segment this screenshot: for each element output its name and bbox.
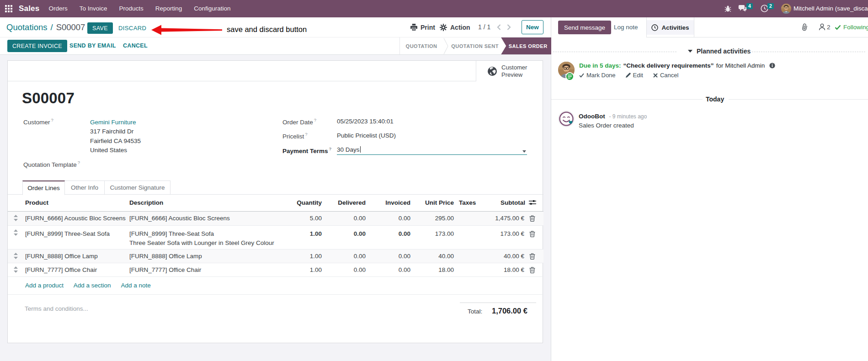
header-product[interactable]: Product [25,195,129,211]
header-delivered[interactable]: Delivered [322,195,366,211]
cell-invoiced[interactable]: 0.00 [366,249,410,263]
customer-preview-button[interactable]: Customer Preview [476,61,543,81]
messages-count-badge[interactable]: 4 [746,3,753,9]
cell-delivered[interactable]: 0.00 [322,211,366,225]
cell-product[interactable]: [FURN_6666] Acoustic Bloc Screens [25,211,129,225]
customer-link[interactable]: Gemini Furniture [90,118,141,127]
payment-terms-dropdown-icon[interactable] [522,150,526,153]
header-quantity[interactable]: Quantity [277,195,322,211]
user-name[interactable]: Mitchell Admin (save_discard [793,5,868,12]
cell-subtotal[interactable]: 40.00 € [482,249,525,263]
log-note-button[interactable]: Log note [614,17,638,37]
info-icon[interactable] [769,63,775,69]
tab-customer-signature[interactable]: Customer Signature [105,180,170,195]
action-button[interactable]: Action [440,17,470,37]
send-by-email-button[interactable]: SEND BY EMAIL [69,37,116,54]
add-note-link[interactable]: Add a note [121,282,150,289]
cell-description[interactable]: [FURN_8888] Office Lamp [129,249,277,263]
planned-activities-toggle[interactable]: Planned activities [688,48,751,55]
order-line-row[interactable]: [FURN_6666] Acoustic Bloc Screens [FURN_… [8,211,543,225]
cell-invoiced[interactable]: 0.00 [366,263,410,276]
debug-bug-icon[interactable] [724,5,731,12]
pager-previous-icon[interactable] [496,24,501,31]
cell-product[interactable]: [FURN_8999] Three-Seat Sofa [25,225,129,249]
header-invoiced[interactable]: Invoiced [366,195,410,211]
status-quotation[interactable]: QUOTATION [400,37,443,54]
delete-line-icon[interactable] [525,225,543,249]
drag-handle-icon[interactable] [8,249,25,263]
cell-taxes[interactable] [454,249,482,263]
cell-delivered[interactable]: 0.00 [322,249,366,263]
terms-placeholder[interactable]: Terms and conditions... [25,305,88,312]
tab-other-info[interactable]: Other Info [65,180,105,195]
activities-button[interactable]: Activities [647,20,693,35]
save-button[interactable]: SAVE [87,22,113,34]
delete-line-icon[interactable] [525,211,543,225]
create-invoice-button[interactable]: CREATE INVOICE [7,40,67,52]
mark-done-button[interactable]: Mark Done [579,72,616,79]
activities-count-badge[interactable]: 2 [767,3,774,9]
cell-product[interactable]: [FURN_7777] Office Chair [25,263,129,276]
cell-taxes[interactable] [454,211,482,225]
cell-taxes[interactable] [454,225,482,249]
cell-subtotal[interactable]: 173.00 € [482,225,525,249]
discard-button[interactable]: DISCARD [118,22,146,34]
cell-unit-price[interactable]: 18.00 [410,263,454,276]
cell-unit-price[interactable]: 295.00 [410,211,454,225]
following-button[interactable]: Following [835,24,868,31]
pricelist-value[interactable]: Public Pricelist (USD) [337,132,396,139]
cell-taxes[interactable] [454,263,482,276]
status-sales-order[interactable]: SALES ORDER [501,37,551,54]
add-section-link[interactable]: Add a section [74,282,111,289]
edit-activity-button[interactable]: Edit [626,72,643,79]
header-description[interactable]: Description [129,195,277,211]
cell-invoiced[interactable]: 0.00 [366,211,410,225]
menu-orders[interactable]: Orders [43,0,73,17]
menu-products[interactable]: Products [113,0,149,17]
drag-handle-icon[interactable] [8,225,25,249]
header-taxes[interactable]: Taxes [454,195,482,211]
delete-line-icon[interactable] [525,249,543,263]
cell-subtotal[interactable]: 18.00 € [482,263,525,276]
cell-quantity[interactable]: 1.00 [277,263,322,276]
followers-button[interactable]: 2 [819,23,831,31]
attach-files-icon[interactable] [801,23,808,31]
menu-configuration[interactable]: Configuration [188,0,236,17]
payment-terms-input[interactable]: 30 Days [337,146,361,153]
header-subtotal[interactable]: Subtotal [482,195,525,211]
cell-subtotal[interactable]: 1,475.00 € [482,211,525,225]
order-line-row[interactable]: [FURN_8999] Three-Seat Sofa [FURN_8999] … [8,225,543,249]
cancel-order-button[interactable]: CANCEL [123,37,148,54]
drag-handle-icon[interactable] [8,211,25,225]
cell-quantity[interactable]: 5.00 [277,211,322,225]
print-button[interactable]: Print [410,17,435,37]
app-name[interactable]: Sales [19,4,39,13]
breadcrumb-quotations-link[interactable]: Quotations [6,22,47,32]
pager-next-icon[interactable] [506,24,511,31]
cell-quantity[interactable]: 1.00 [277,249,322,263]
header-unit-price[interactable]: Unit Price [410,195,454,211]
cell-unit-price[interactable]: 173.00 [410,225,454,249]
drag-handle-icon[interactable] [8,263,25,276]
optional-columns-icon[interactable] [525,195,543,211]
send-message-button[interactable]: Send message [558,21,611,34]
new-button[interactable]: New [522,20,543,34]
apps-grid-icon[interactable] [5,5,12,12]
cell-unit-price[interactable]: 40.00 [410,249,454,263]
user-avatar[interactable] [781,4,791,14]
cell-invoiced[interactable]: 0.00 [366,225,410,249]
cell-delivered[interactable]: 0.00 [322,225,366,249]
status-quotation-sent[interactable]: QUOTATION SENT [449,37,501,54]
tab-order-lines[interactable]: Order Lines [22,180,65,195]
cell-delivered[interactable]: 0.00 [322,263,366,276]
add-product-link[interactable]: Add a product [25,282,64,289]
cancel-activity-button[interactable]: Cancel [653,72,678,79]
cell-description[interactable]: [FURN_6666] Acoustic Bloc Screens [129,211,277,225]
message-author[interactable]: OdooBot [579,113,605,120]
cell-description[interactable]: [FURN_8999] Three-Seat SofaThree Seater … [129,225,277,249]
order-line-row[interactable]: [FURN_8888] Office Lamp [FURN_8888] Offi… [8,249,543,263]
menu-to-invoice[interactable]: To Invoice [74,0,113,17]
delete-line-icon[interactable] [525,263,543,276]
menu-reporting[interactable]: Reporting [149,0,188,17]
odoobot-avatar[interactable] [558,111,575,127]
